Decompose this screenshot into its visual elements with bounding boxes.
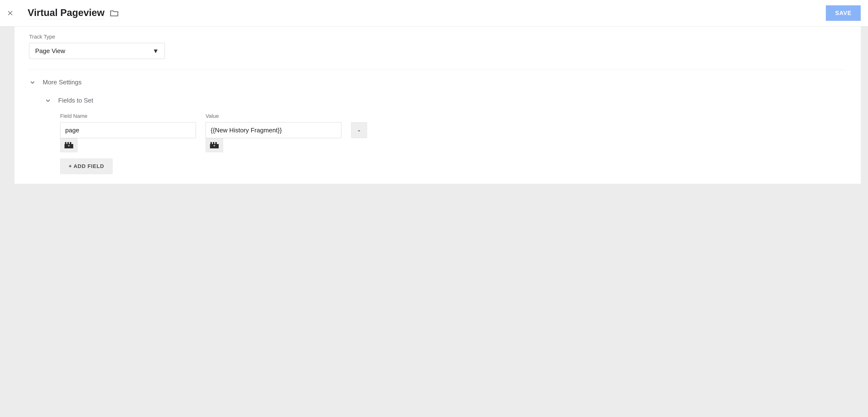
field-value-input[interactable]	[206, 122, 341, 138]
svg-rect-11	[215, 142, 217, 144]
svg-rect-13	[214, 145, 215, 147]
tag-title[interactable]: Virtual Pageview	[28, 7, 104, 19]
chevron-down-icon	[29, 79, 36, 86]
more-settings-label: More Settings	[43, 78, 82, 86]
track-type-value: Page View	[35, 47, 65, 55]
fields-to-set-section: Fields to Set Field Name Value	[44, 97, 846, 174]
insert-variable-button[interactable]	[60, 138, 78, 152]
fields-to-set-label: Fields to Set	[58, 97, 93, 104]
save-button[interactable]: SAVE	[826, 5, 861, 21]
more-settings-toggle[interactable]: More Settings	[29, 78, 846, 86]
caret-down-icon: ▼	[153, 47, 159, 55]
col-header-value: Value	[206, 113, 341, 119]
svg-rect-7	[69, 145, 69, 147]
svg-rect-10	[213, 142, 214, 144]
svg-rect-5	[70, 142, 71, 144]
fields-to-set-toggle[interactable]: Fields to Set	[44, 97, 846, 104]
title-container: Virtual Pageview	[28, 7, 119, 19]
folder-icon[interactable]	[110, 8, 119, 18]
config-panel: Track Type Page View ▼ More Settings	[14, 26, 861, 184]
columns-header: Field Name Value	[60, 113, 846, 119]
field-row: -	[60, 122, 846, 152]
fields-area: Field Name Value	[60, 113, 846, 174]
svg-rect-4	[67, 142, 69, 144]
editor-header: Virtual Pageview SAVE	[0, 0, 868, 26]
remove-field-button[interactable]: -	[351, 122, 367, 138]
svg-rect-3	[65, 142, 66, 144]
col-header-fieldname: Field Name	[60, 113, 196, 119]
field-name-input[interactable]	[60, 122, 196, 138]
chevron-down-icon	[44, 97, 52, 104]
add-field-button[interactable]: + ADD FIELD	[60, 159, 113, 174]
close-icon[interactable]	[5, 8, 16, 19]
svg-rect-9	[211, 142, 212, 144]
editor-body: Track Type Page View ▼ More Settings	[0, 26, 868, 417]
insert-variable-button[interactable]	[206, 138, 223, 152]
track-type-select[interactable]: Page View ▼	[29, 43, 165, 59]
track-type-label: Track Type	[29, 34, 846, 40]
